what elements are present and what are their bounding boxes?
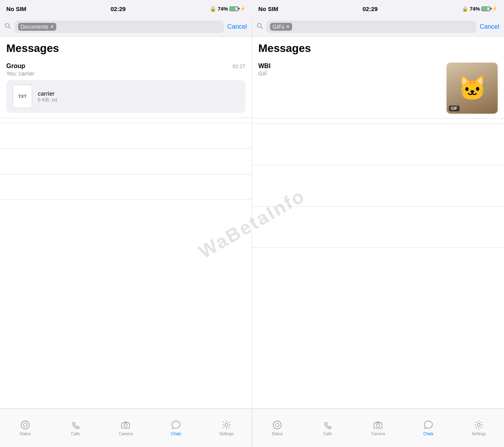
right-chat-item-header: WBI [258,63,442,70]
left-divider-1 [0,123,252,123]
right-gif-badge: GIF [449,105,460,111]
right-tab-status[interactable]: Status [252,409,302,447]
right-tab-chats[interactable]: Chats [403,409,454,447]
right-chat-item-wbi[interactable]: WBI GIF GIF [252,58,504,119]
right-filter-tag[interactable]: GIFs ✕ [270,23,292,31]
left-chat-preview: You: carrier [6,70,245,77]
right-battery-pct: 74% [470,6,480,12]
left-tab-camera-label: Camera [119,432,133,436]
right-status-icons: 🔒 74% ⚡ [462,6,498,12]
chats-icon-left [171,420,181,430]
svg-point-9 [273,421,281,429]
svg-point-13 [477,423,480,426]
right-search-input[interactable] [295,24,472,30]
svg-rect-11 [374,423,382,428]
right-tab-settings[interactable]: Settings [454,409,504,447]
right-camera-icon [373,420,383,430]
left-filter-tag-label: Documents [20,24,48,30]
right-tab-camera[interactable]: Camera [353,409,403,447]
right-tab-chats-label: Chats [423,432,434,436]
status-icon [20,420,30,430]
right-tab-calls-label: Calls [323,432,332,436]
left-divider-4 [0,199,252,200]
left-filter-tag-close[interactable]: ✕ [50,24,54,30]
right-chat-item-content: WBI GIF [258,63,442,77]
right-carrier: No SIM [258,6,278,12]
left-divider-2 [0,148,252,149]
right-chat-name: WBI [258,63,271,70]
left-doc-attachment[interactable]: TXT carrier 6 KB, txt [6,80,245,113]
left-tab-chats[interactable]: Chats [151,409,201,447]
right-tab-status-label: Status [272,432,283,436]
status-bar: No SIM 02:29 🔒 74% ⚡ No SIM 02:29 🔒 74% … [0,0,504,17]
right-tab-bar: Status Calls Camera Chats [252,409,504,447]
svg-point-7 [124,424,127,427]
right-filter-tag-label: GIFs [272,24,284,30]
right-time: 02:29 [363,6,378,12]
svg-line-1 [9,27,11,29]
right-messages-heading: Messages [252,37,504,58]
left-chat-item-header: Group 02:27 [6,63,245,70]
left-tab-calls[interactable]: Calls [50,409,101,447]
left-status-bar: No SIM 02:29 🔒 74% ⚡ [0,0,252,17]
left-cancel-button[interactable]: Cancel [227,23,247,30]
right-tab-calls[interactable]: Calls [302,409,353,447]
right-panel: GIFs ✕ Cancel Messages WaBetaInfo WBI [252,17,504,408]
right-calls-icon [322,420,333,430]
left-battery-icon [230,7,238,11]
right-search-field[interactable]: GIFs ✕ [266,20,476,33]
right-status-bar: No SIM 02:29 🔒 74% ⚡ [252,0,504,17]
tab-bar: Status Calls Camera Chats [0,408,504,447]
left-chat-item-content: Group 02:27 You: carrier TXT carrier 6 K… [6,63,245,113]
right-chat-preview: GIF [258,70,442,77]
main-content: Documents ✕ Cancel Messages WaBetaInfo G… [0,17,504,408]
left-bolt-icon: ⚡ [240,6,246,11]
settings-icon-left [221,420,232,430]
left-battery-pct: 74% [218,6,228,12]
calls-icon [70,420,81,430]
left-messages-heading: Messages [0,37,252,58]
svg-point-8 [225,423,228,426]
right-cancel-button[interactable]: Cancel [480,23,499,30]
right-gif-thumbnail[interactable]: GIF [447,63,498,114]
left-chat-time: 02:27 [232,63,245,69]
left-chat-list[interactable]: WaBetaInfo Group 02:27 You: carrier TXT … [0,58,252,408]
left-tab-settings[interactable]: Settings [201,409,252,447]
left-doc-name: carrier [38,90,57,97]
left-search-icon [5,23,11,31]
right-divider-3 [252,206,504,207]
camera-icon [120,420,131,430]
right-tab-settings-label: Settings [472,432,486,436]
left-tab-status[interactable]: Status [0,409,50,447]
svg-point-4 [21,421,29,429]
left-carrier: No SIM [6,6,26,12]
left-tab-camera[interactable]: Camera [101,409,151,447]
right-divider-1 [252,124,504,124]
left-battery-fill [230,7,235,10]
left-search-bar: Documents ✕ Cancel [0,17,252,37]
left-tab-settings-label: Settings [219,432,233,436]
right-search-icon [257,23,263,31]
left-doc-meta: 6 KB, txt [38,97,57,103]
left-search-field[interactable]: Documents ✕ [14,20,224,33]
settings-icon-right [474,420,484,430]
right-filter-tag-close[interactable]: ✕ [286,24,290,30]
left-doc-info: carrier 6 KB, txt [38,90,57,103]
left-search-input[interactable] [59,24,220,30]
svg-point-12 [376,424,380,427]
left-filter-tag[interactable]: Documents ✕ [18,23,56,31]
left-tab-bar: Status Calls Camera Chats [0,409,252,447]
svg-point-10 [275,423,279,427]
left-chat-item-group[interactable]: Group 02:27 You: carrier TXT carrier 6 K… [0,58,252,118]
svg-point-5 [23,423,27,427]
left-chat-name: Group [6,63,25,70]
right-battery-icon [482,7,490,11]
left-tab-calls-label: Calls [71,432,80,436]
left-doc-icon: TXT [13,85,32,108]
right-chat-list[interactable]: WaBetaInfo WBI GIF GIF [252,58,504,408]
left-time: 02:29 [111,6,126,12]
right-search-bar: GIFs ✕ Cancel [252,17,504,37]
right-lock-icon: 🔒 [462,6,468,12]
right-battery-fill [482,7,487,10]
right-divider-4 [252,248,504,248]
